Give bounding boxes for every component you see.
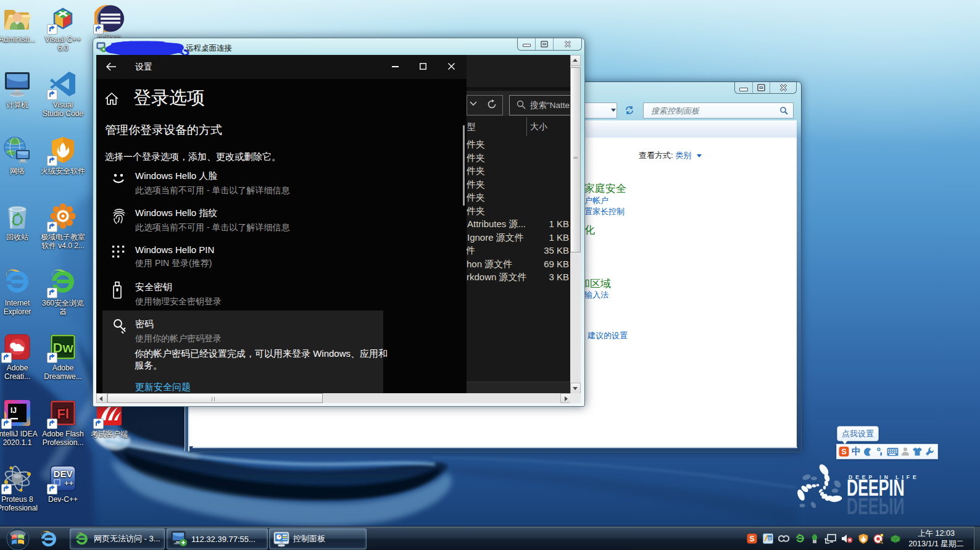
svg-text:DEV: DEV: [54, 469, 73, 479]
svg-text:区: 区: [768, 536, 772, 541]
svg-text:DEEPIN: DEEPIN: [847, 493, 905, 519]
svg-text:++: ++: [64, 478, 74, 488]
svg-text:S: S: [749, 535, 754, 543]
svg-text:Fl: Fl: [57, 406, 69, 422]
svg-text:S: S: [841, 447, 847, 456]
svg-text:IJ: IJ: [10, 406, 17, 415]
